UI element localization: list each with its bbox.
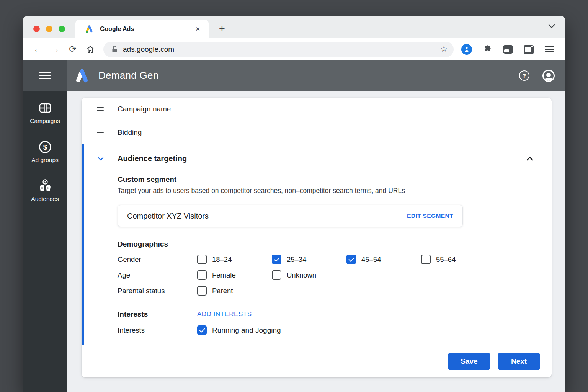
checkbox[interactable] [272, 255, 281, 264]
collapsed-section-icon [97, 132, 104, 133]
campaigns-grid-icon [39, 101, 52, 115]
close-window-button[interactable] [33, 26, 40, 32]
audience-targeting-section: Audience targeting Custom segment Target… [82, 144, 552, 345]
checkbox-option-45-54[interactable]: 45–54 [346, 252, 421, 267]
sidebar-item-label: Campaigns [30, 118, 60, 124]
add-interests-button[interactable]: ADD INTERESTS [197, 310, 252, 318]
close-tab-icon[interactable]: ✕ [194, 24, 202, 34]
reload-button[interactable]: ⟳ [65, 42, 80, 57]
back-button[interactable]: ← [30, 42, 45, 57]
toolbar-actions [459, 42, 557, 57]
tab-search-chevron-icon[interactable] [548, 24, 555, 28]
checkbox-option-female[interactable]: Female [197, 267, 272, 283]
checkbox-option-25-34[interactable]: 25–34 [272, 252, 346, 267]
app-menu-button[interactable] [23, 60, 67, 91]
info-badge-icon [461, 44, 472, 55]
url-text[interactable]: ads.google.com [123, 45, 174, 54]
account-info-button[interactable] [459, 42, 474, 57]
checkbox-option-unknown[interactable]: Unknown [272, 267, 346, 283]
app-title: Demand Gen [98, 70, 159, 82]
checkbox-option-parent[interactable]: Parent [197, 283, 272, 299]
custom-segment-card: Competitor XYZ Visitors EDIT SEGMENT [118, 205, 463, 227]
app-sidebar: Campaigns $ Ad groups [23, 91, 67, 392]
google-ads-logo-icon [74, 68, 90, 84]
browser-toolbar: ← → ⟳ ads.google.com ☆ [23, 38, 565, 60]
checkbox[interactable] [346, 255, 356, 264]
step-row-campaign-name[interactable]: Campaign name [82, 98, 552, 121]
minimize-window-button[interactable] [46, 26, 52, 32]
interests-row-label: Interests [118, 326, 197, 335]
checkbox[interactable] [197, 286, 207, 296]
brand: Demand Gen [74, 68, 159, 84]
hamburger-icon [39, 70, 51, 81]
custom-segment-heading: Custom segment [118, 175, 538, 184]
checkbox[interactable] [197, 270, 207, 280]
forward-button[interactable]: → [47, 42, 63, 57]
header-actions: ? [519, 60, 555, 91]
tab-title: Google Ads [100, 26, 194, 33]
custom-segment-description: Target your ads to users based on compet… [118, 187, 538, 195]
segment-name: Competitor XYZ Visitors [127, 212, 407, 220]
next-button[interactable]: Next [498, 353, 540, 370]
sidebar-item-ad-groups[interactable]: $ Ad groups [23, 140, 67, 163]
extensions-button[interactable] [480, 42, 495, 57]
active-section-indicator [82, 144, 84, 345]
app-header: Demand Gen ? [23, 60, 565, 91]
home-button[interactable] [83, 42, 98, 57]
card-footer: Save Next [82, 345, 552, 377]
traffic-lights [33, 26, 65, 32]
new-tab-button[interactable]: + [214, 21, 230, 36]
demographics-row-label: Parental status [118, 283, 197, 299]
bookmark-star-icon[interactable]: ☆ [440, 44, 448, 54]
interests-heading: Interests [118, 310, 197, 318]
demographics-grid: Gender 18–24 25–34 [118, 252, 538, 299]
dollar-circle-icon: $ [38, 140, 52, 154]
demographics-row-label: Age [118, 267, 197, 283]
step-row-bidding[interactable]: Bidding [82, 121, 552, 144]
checkbox[interactable] [421, 255, 431, 264]
chevron-down-icon [98, 157, 104, 161]
tray-icon [503, 45, 513, 54]
sidebar-item-campaigns[interactable]: Campaigns [23, 101, 67, 124]
browser-window: Google Ads ✕ + ← → ⟳ ads [23, 16, 565, 392]
browser-tab[interactable]: Google Ads ✕ [75, 20, 209, 38]
demographics-row-label: Gender [118, 252, 197, 267]
checkbox[interactable] [197, 255, 207, 264]
checkbox-option-18-24[interactable]: 18–24 [197, 252, 272, 267]
help-button[interactable]: ? [519, 70, 529, 81]
address-bar[interactable]: ads.google.com ☆ [103, 42, 454, 57]
checkbox-option-55-64[interactable]: 55–64 [421, 252, 538, 267]
checkbox[interactable] [197, 325, 207, 335]
google-ads-favicon-icon [85, 24, 94, 34]
secure-lock-icon [112, 46, 118, 53]
profile-avatar[interactable] [542, 70, 555, 82]
sidebar-item-label: Audiences [31, 196, 59, 203]
svg-text:$: $ [43, 143, 47, 151]
desktop-background: Google Ads ✕ + ← → ⟳ ads [0, 0, 588, 392]
collapse-section-button[interactable] [526, 155, 533, 162]
sidebar-item-audiences[interactable]: Audiences [23, 179, 67, 203]
save-button[interactable]: Save [448, 353, 490, 370]
side-panel-button[interactable] [521, 42, 536, 57]
downloads-tray-button[interactable] [500, 42, 516, 57]
demographics-heading: Demographics [118, 240, 538, 248]
zoom-window-button[interactable] [59, 26, 65, 32]
window-panel-icon [523, 44, 534, 54]
checkbox-option-running-and-jogging[interactable]: Running and Jogging [197, 325, 281, 335]
tab-strip: Google Ads ✕ + [23, 16, 565, 38]
edit-segment-button[interactable]: EDIT SEGMENT [407, 212, 453, 219]
sidebar-item-label: Ad groups [31, 157, 59, 163]
audience-targeting-header[interactable]: Audience targeting [82, 144, 552, 163]
collapsed-section-icon [97, 107, 104, 111]
section-title: Audience targeting [118, 154, 526, 163]
home-icon [86, 45, 95, 54]
puzzle-icon [482, 44, 492, 54]
main-content: Campaign name Bidding [67, 91, 565, 392]
browser-menu-icon[interactable] [542, 42, 557, 57]
checkbox[interactable] [272, 270, 281, 280]
campaign-setup-card: Campaign name Bidding [82, 98, 552, 377]
people-icon [38, 179, 53, 193]
